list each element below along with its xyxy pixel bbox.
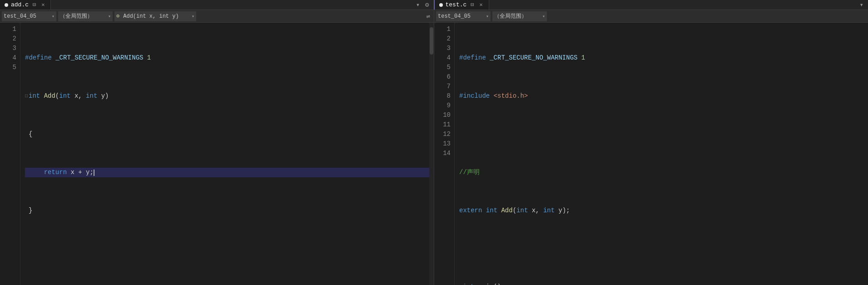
left-ln-3: 3 <box>4 44 16 53</box>
left-line-2: □int Add(int x, int y) <box>25 91 429 101</box>
right-project-select[interactable]: test_04_05 ▾ <box>436 11 491 21</box>
right-line-numbers: 1 2 3 4 5 6 7 8 9 10 11 12 13 14 <box>434 23 455 285</box>
right-ln-7: 7 <box>438 82 451 91</box>
right-scope-arrow: ▾ <box>542 14 545 19</box>
right-project-arrow: ▾ <box>486 14 489 19</box>
right-ln-10: 10 <box>438 110 451 120</box>
right-ln-8: 8 <box>438 91 451 101</box>
cursor <box>94 170 94 176</box>
right-ln-5: 5 <box>438 63 451 72</box>
function-icon: ⊙ <box>116 13 119 20</box>
left-scrollbar-thumb[interactable] <box>430 27 433 55</box>
left-ln-5: 5 <box>4 63 16 72</box>
tab-label-add: add.c <box>11 1 29 8</box>
right-line-7: □int main() <box>459 282 868 285</box>
tab-pin-add[interactable]: ⊟ <box>31 0 37 9</box>
right-scope-select[interactable]: （全局范围） ▾ <box>492 11 547 21</box>
tab-label-test: test.c <box>446 1 467 8</box>
right-line-5: extern int Add(int x, int y); <box>459 206 868 215</box>
right-ln-6: 6 <box>438 72 451 82</box>
right-collapse-7[interactable]: □ <box>459 282 462 285</box>
left-line-4: □ return x + y; <box>25 168 429 177</box>
tab-close-test[interactable]: ✕ <box>478 0 484 9</box>
tab-close-add[interactable]: ✕ <box>40 0 46 9</box>
right-ln-13: 13 <box>438 139 451 149</box>
left-scrollbar[interactable] <box>429 23 434 285</box>
left-tab-arrow[interactable]: ▾ <box>414 0 422 10</box>
left-collapse-2[interactable]: □ <box>25 91 28 101</box>
left-project-label: test_04_05 <box>4 13 50 20</box>
left-toolbar-spacer: ⇌ <box>425 12 432 20</box>
right-code-area[interactable]: 1 2 3 4 5 6 7 8 9 10 11 12 13 14 #define… <box>434 23 868 285</box>
left-function-arrow: ▾ <box>192 14 194 19</box>
right-ln-9: 9 <box>438 101 451 110</box>
left-tab-group: add.c ⊟ ✕ ▾ ⚙ <box>0 0 434 10</box>
left-function-select[interactable]: ⊙ Add(int x, int y) ▾ <box>114 11 196 21</box>
left-tab-gear[interactable]: ⚙ <box>423 0 431 10</box>
right-editor-pane: test_04_05 ▾ （全局范围） ▾ 1 2 3 4 5 6 7 8 9 … <box>434 10 868 285</box>
right-tab-group: test.c ⊟ ✕ ▾ <box>434 0 868 10</box>
left-ln-2: 2 <box>4 34 16 44</box>
right-tab-actions: ▾ <box>855 0 868 10</box>
right-code-content[interactable]: #define _CRT_SECURE_NO_WARNINGS 1 #inclu… <box>455 23 868 285</box>
right-ln-12: 12 <box>438 130 451 139</box>
right-ln-4: 4 <box>438 53 451 63</box>
right-ln-2: 2 <box>438 34 451 44</box>
left-toolbar: test_04_05 ▾ （全局范围） ▾ ⊙ Add(int x, int y… <box>0 10 434 23</box>
right-ln-3: 3 <box>438 44 451 53</box>
right-line-4: //声明 <box>459 168 868 177</box>
right-ln-1: 1 <box>438 25 451 34</box>
right-line-1: #define _CRT_SECURE_NO_WARNINGS 1 <box>459 53 868 63</box>
right-line-6 <box>459 244 868 254</box>
right-toolbar: test_04_05 ▾ （全局范围） ▾ <box>434 10 868 23</box>
left-line-3: □{ <box>25 130 429 139</box>
tab-add-c[interactable]: add.c ⊟ ✕ <box>0 0 51 10</box>
left-tab-actions: ▾ ⚙ <box>412 0 434 10</box>
left-line-5: □} <box>25 206 429 215</box>
left-line-1: #define _CRT_SECURE_NO_WARNINGS 1 <box>25 53 429 63</box>
left-line-numbers: 1 2 3 4 5 <box>0 23 20 285</box>
left-function-label: Add(int x, int y) <box>123 13 190 20</box>
left-code-content[interactable]: #define _CRT_SECURE_NO_WARNINGS 1 □int A… <box>20 23 429 285</box>
right-ln-11: 11 <box>438 120 451 130</box>
right-ln-14: 14 <box>438 149 451 158</box>
left-ln-1: 1 <box>4 25 16 34</box>
right-tab-arrow[interactable]: ▾ <box>858 0 865 10</box>
right-scope-label: （全局范围） <box>494 12 541 20</box>
left-project-arrow: ▾ <box>52 14 55 19</box>
pp-define-1: #define <box>25 53 52 63</box>
tab-test-c[interactable]: test.c ⊟ ✕ <box>435 0 489 10</box>
left-ln-4: 4 <box>4 53 16 63</box>
right-line-2: #include <stdio.h> <box>459 91 868 101</box>
right-line-3 <box>459 130 868 139</box>
tab-dot-test <box>439 3 443 7</box>
tab-pin-test[interactable]: ⊟ <box>469 0 475 9</box>
left-split-icon[interactable]: ⇌ <box>425 12 432 21</box>
left-editor-pane: test_04_05 ▾ （全局范围） ▾ ⊙ Add(int x, int y… <box>0 10 434 285</box>
left-project-select[interactable]: test_04_05 ▾ <box>2 11 56 21</box>
left-code-area[interactable]: 1 2 3 4 5 #define _CRT_SECURE_NO_WARNING… <box>0 23 434 285</box>
editor-split: test_04_05 ▾ （全局范围） ▾ ⊙ Add(int x, int y… <box>0 10 868 285</box>
tab-bar: add.c ⊟ ✕ ▾ ⚙ test.c ⊟ ✕ ▾ <box>0 0 868 10</box>
tab-dot-add <box>5 3 8 7</box>
left-scope-select[interactable]: （全局范围） ▾ <box>58 11 113 21</box>
left-scope-label: （全局范围） <box>60 12 106 20</box>
left-scope-arrow: ▾ <box>108 14 111 19</box>
right-project-label: test_04_05 <box>438 13 484 20</box>
